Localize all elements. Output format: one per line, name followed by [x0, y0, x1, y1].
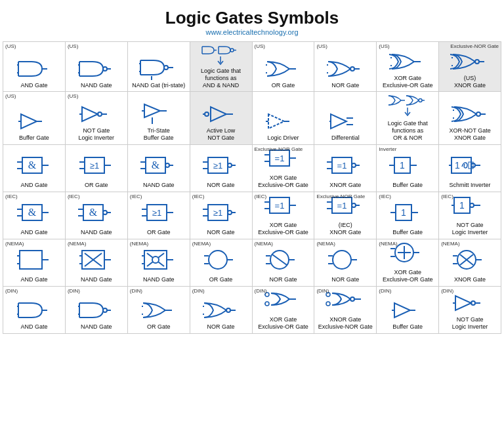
svg-marker-231 [394, 303, 410, 317]
xor-iec2-svg: =1 [264, 195, 301, 220]
page-subtitle: www.electricaltechnology.org [0, 28, 504, 36]
svg-rect-160 [20, 251, 42, 269]
cell-xnor-nema: (NEMA) XNOR Gate [439, 239, 501, 287]
cell-active-low-not: Active LowNOT Gate [190, 92, 253, 144]
svg-point-28 [230, 49, 234, 52]
buffer-iec2-svg: 1 [390, 202, 425, 227]
or-gate-svg [266, 58, 300, 80]
svg-text:&: & [28, 207, 37, 218]
svg-text:1: 1 [401, 207, 406, 218]
or-iec2-label: OR Gate [147, 229, 171, 236]
and-iec2-label: AND Gate [20, 229, 47, 236]
cell-and-nand-combo: Logic Gate thatfunctions asAND & NAND [190, 42, 253, 92]
or-din-label: OR Gate [147, 323, 171, 331]
and-nand-combo-label: Logic Gate thatfunctions asAND & NAND [201, 68, 241, 89]
cell-xor-nema: (NEMA) XOR GateExclusive-OR Gate [377, 239, 439, 287]
cell-xnor-iec2: Exclusive-NOR Gate =1 (IEC)XNOR Gate [314, 192, 377, 239]
nor-nema-svg [266, 248, 300, 274]
xnor-iec1-label: XNOR Gate [329, 182, 361, 189]
not-din-svg [453, 292, 487, 314]
cell-and-iec2: (IEC) & AND Gate [3, 192, 66, 239]
gates-grid: (US) AND Gate (US) NAND Gate [3, 41, 501, 334]
svg-text:1: 1 [455, 160, 460, 171]
cell-nor-us: (US) NOR Gate [314, 42, 377, 92]
cell-differential: Differential [314, 92, 377, 144]
xnor-din-svg [326, 289, 365, 314]
logic-driver-svg [266, 110, 300, 133]
cell-buffer-iec2: (IEC) 1 Buffer Gate [377, 192, 439, 239]
svg-text:≥1: ≥1 [152, 208, 161, 218]
svg-marker-52 [144, 104, 160, 117]
cell-logic-driver: Logic Driver [253, 92, 315, 144]
svg-marker-57 [211, 107, 226, 121]
xor-nema-label: XOR GateExclusive-OR Gate [383, 269, 433, 283]
nor-nema-label: NOR Gate [269, 276, 297, 283]
svg-text:≥1: ≥1 [213, 161, 222, 171]
cell-buffer-iec1: Inverter 1 Buffer Gate [377, 145, 439, 192]
svg-text:1: 1 [459, 200, 465, 211]
svg-marker-45 [21, 114, 37, 129]
nand-iec2-svg: & [78, 202, 115, 227]
not-din-label: NOT GateLogic Inverter [452, 316, 488, 331]
nor-din-label: NOR Gate [207, 323, 235, 331]
cell-nor-iec1: ≥1 NOR Gate [190, 145, 253, 192]
svg-point-71 [476, 112, 480, 116]
nor-nema2-svg [328, 248, 362, 274]
cell-nand-nema: (NEMA) NAND Gate [66, 239, 128, 287]
cell-xor-iec2: (IEC) =1 XOR GateExclusive-OR Gate [253, 192, 315, 239]
xor-din-label: XOR GateExclusive-OR Gate [258, 316, 308, 331]
cell-xor-din: (DIN) XOR GateExclusive-OR Gate [253, 287, 315, 334]
or-gate-label: OR Gate [272, 82, 295, 89]
xnor-nema-label: XNOR Gate [454, 276, 486, 283]
buffer-din-label: Buffer Gate [392, 323, 423, 331]
and-nema-label: AND Gate [20, 276, 47, 283]
differential-svg [328, 110, 362, 133]
svg-point-16 [164, 66, 168, 70]
cell-nand-din: (DIN) NAND Gate [66, 287, 128, 334]
cell-xnor-iec1: =1 XNOR Gate [314, 145, 377, 192]
tristate-buffer-svg [142, 99, 176, 125]
nand-nema2-label: NAND Gate [143, 276, 175, 283]
cell-xor-us: (US) XOR GateExclusive-OR Gate [377, 42, 439, 92]
svg-point-34 [350, 67, 354, 71]
xnor-iec2-label: (IEC)XNOR Gate [329, 222, 361, 236]
or-nor-combo-svg [388, 93, 427, 118]
svg-point-186 [333, 251, 351, 269]
svg-text:&: & [89, 207, 98, 218]
and-iec1-label: AND Gate [20, 182, 47, 189]
page-header: Logic Gates Symbols www.electricaltechno… [0, 0, 504, 39]
active-low-not-label: Active LowNOT Gate [207, 127, 236, 142]
xnor-gate-svg [450, 51, 490, 73]
svg-point-235 [471, 301, 475, 305]
cell-or-din: (DIN) OR Gate [128, 287, 190, 334]
xnot-gate-svg [452, 103, 488, 125]
svg-marker-60 [268, 114, 284, 129]
cell-buffer-us: (US) Buffer Gate [3, 92, 66, 144]
svg-point-9 [103, 67, 107, 71]
and-din-label: AND Gate [20, 323, 47, 331]
svg-point-211 [103, 308, 107, 312]
svg-text:1: 1 [400, 160, 405, 171]
nand-nema2-svg [142, 248, 176, 274]
nand-tristate-label: NAND Gat (tri-state) [132, 82, 185, 89]
svg-marker-234 [455, 296, 471, 310]
xor-din-svg [264, 289, 301, 314]
nor-din-svg [203, 299, 240, 321]
cell-buffer-din: (DIN) Buffer Gate [377, 287, 439, 334]
nor-iec2-label: NOR Gate [207, 229, 235, 236]
xnor-iec1-svg: =1 [327, 155, 364, 180]
cell-xnor-din: (DIN) XNOR GateExclusive-NOR Gate [314, 287, 377, 334]
cell-or-nema: (NEMA) OR Gate [190, 239, 253, 287]
and-iec2-svg: & [17, 202, 51, 227]
svg-text:=1: =1 [337, 201, 347, 211]
nand-din-svg [78, 299, 115, 321]
svg-point-229 [350, 297, 354, 301]
cell-or-us: (US) OR Gate [253, 42, 315, 92]
nand-gate-label: NAND Gate [81, 82, 112, 89]
cell-xor-iec1: Exclusive-NOR Gate =1 XOR GateExclusive-… [253, 145, 315, 192]
nand-din-label: NAND Gate [81, 323, 112, 331]
or-iec1-svg: ≥1 [79, 155, 114, 180]
not-gate-label: NOT GateLogic Inverter [79, 127, 115, 142]
nand-tristate-svg [139, 55, 178, 80]
svg-point-56 [205, 112, 209, 116]
